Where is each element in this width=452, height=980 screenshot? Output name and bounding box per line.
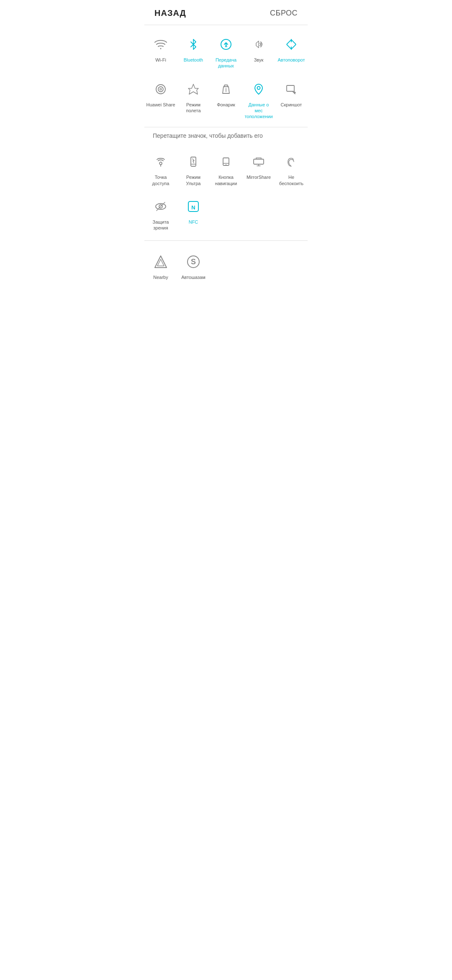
extra-grid: Nearby S Автошазам	[144, 246, 308, 284]
hotspot-label: Точка доступа	[146, 174, 175, 186]
airplane-label: Режим полета	[179, 102, 208, 114]
nearby-label: Nearby	[153, 274, 168, 280]
huawei-share-label: Huawei Share	[146, 102, 175, 108]
header: НАЗАД СБРОС	[144, 0, 308, 25]
svg-point-23	[226, 164, 226, 165]
grid-item-autoshazam[interactable]: S Автошазам	[177, 246, 210, 284]
location-label: Данные о мес тоположении	[244, 102, 273, 120]
extra-grid-section: Nearby S Автошазам	[144, 242, 308, 288]
grid-item-bluetooth[interactable]: Bluetooth	[177, 28, 210, 73]
autoshazam-label: Автошазам	[181, 274, 205, 280]
eye-comfort-icon	[151, 196, 171, 217]
grid-item-autorotate[interactable]: Автоповорот	[275, 28, 308, 73]
nfc-label: NFC	[189, 219, 198, 225]
grid-item-eye[interactable]: Защита зрения	[144, 191, 177, 235]
svg-point-9	[158, 87, 163, 92]
grid-item-huawei-share[interactable]: Huawei Share	[144, 73, 177, 124]
inactive-grid: Точка доступа Режим Ультра	[144, 146, 308, 235]
screenshot-label: Скриншот	[281, 102, 302, 108]
bluetooth-label: Bluetooth	[184, 57, 203, 63]
airplane-icon	[183, 79, 203, 99]
nearby-icon	[151, 252, 171, 272]
drag-hint: Перетащите значок, чтобы добавить его	[144, 127, 308, 142]
autorotate-icon	[281, 34, 301, 54]
grid-item-sound[interactable]: Звук	[242, 28, 275, 73]
grid-item-nav[interactable]: Кнопка навигации	[210, 146, 242, 191]
grid-item-ultra[interactable]: Режим Ультра	[177, 146, 210, 191]
ultra-label: Режим Ультра	[179, 174, 208, 186]
svg-point-13	[257, 86, 260, 89]
svg-point-10	[160, 88, 162, 90]
grid-item-wifi[interactable]: Wi-Fi	[144, 28, 177, 73]
flashlight-icon	[216, 79, 236, 99]
mirrorshare-label: MirrorShare	[247, 174, 271, 180]
ultra-icon	[183, 152, 203, 172]
autorotate-label: Автоповорот	[278, 57, 305, 63]
nav-label: Кнопка навигации	[211, 174, 241, 186]
grid-item-location[interactable]: Данные о мес тоположении	[242, 73, 275, 124]
active-grid: Wi-Fi Bluetooth 1 Передача данных	[144, 28, 308, 124]
grid-item-dnd[interactable]: Не беспокоить	[275, 146, 308, 191]
autoshazam-icon: S	[183, 252, 203, 272]
grid-item-hotspot[interactable]: Точка доступа	[144, 146, 177, 191]
grid-item-airplane[interactable]: Режим полета	[177, 73, 210, 124]
svg-rect-14	[287, 85, 294, 91]
sound-label: Звук	[254, 57, 264, 63]
grid-item-mirrorshare[interactable]: MirrorShare	[242, 146, 275, 191]
hotspot-icon	[151, 152, 171, 172]
active-grid-section: Wi-Fi Bluetooth 1 Передача данных	[144, 25, 308, 127]
wifi-icon	[151, 34, 171, 54]
inactive-grid-section: Точка доступа Режим Ультра	[144, 142, 308, 238]
dnd-icon	[281, 152, 301, 172]
reset-button[interactable]: СБРОС	[270, 9, 298, 18]
bluetooth-icon	[183, 34, 203, 54]
grid-item-nearby[interactable]: Nearby	[144, 246, 177, 284]
svg-text:N: N	[191, 204, 195, 211]
svg-rect-24	[254, 159, 264, 164]
svg-text:S: S	[191, 258, 196, 266]
svg-marker-4	[256, 41, 259, 48]
grid-item-flashlight[interactable]: Фонарик	[210, 73, 242, 124]
nav-button-icon	[216, 152, 236, 172]
data-transfer-icon: 1	[216, 34, 236, 54]
eye-label: Защита зрения	[146, 219, 175, 231]
mirrorshare-icon	[249, 152, 269, 172]
grid-item-data[interactable]: 1 Передача данных	[210, 28, 242, 73]
dnd-label: Не беспокоить	[277, 174, 306, 186]
section-divider-2	[144, 240, 308, 241]
back-button[interactable]: НАЗАД	[154, 8, 186, 18]
wifi-label: Wi-Fi	[155, 57, 166, 63]
location-icon	[249, 79, 269, 99]
sound-icon	[249, 34, 269, 54]
nfc-icon: N	[183, 196, 203, 217]
svg-point-0	[160, 48, 162, 49]
svg-point-8	[156, 85, 165, 94]
screenshot-icon	[281, 79, 301, 99]
flashlight-label: Фонарик	[217, 102, 235, 108]
data-label: Передача данных	[211, 57, 241, 69]
huawei-share-icon	[151, 79, 171, 99]
grid-item-nfc[interactable]: N NFC	[177, 191, 210, 235]
grid-item-screenshot[interactable]: Скриншот	[275, 73, 308, 124]
